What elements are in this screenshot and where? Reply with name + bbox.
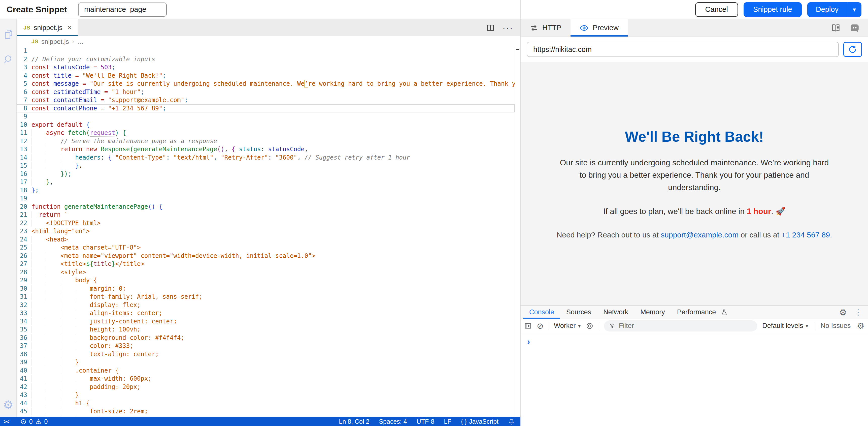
tab-snippet-js[interactable]: JS snippet.js × (17, 19, 78, 36)
devtools-tab-memory[interactable]: Memory (634, 306, 671, 319)
pane-divider[interactable] (520, 0, 521, 426)
code-line[interactable]: 36 background-color: #f4f4f4; (17, 334, 515, 342)
live-expression-eye-icon[interactable] (586, 322, 594, 330)
console-output[interactable]: › (521, 333, 868, 350)
code-line[interactable]: 16 }); (17, 170, 515, 178)
devtools-tab-network[interactable]: Network (597, 306, 634, 319)
console-prompt[interactable]: › (527, 337, 530, 346)
phone-link[interactable]: +1 234 567 89 (781, 231, 830, 239)
code-line[interactable]: 27 <title>${title}</title> (17, 260, 515, 268)
console-filter[interactable] (604, 320, 757, 332)
code-line[interactable]: 30 margin: 0; (17, 285, 515, 293)
code-line[interactable]: 6const estimatedTime = "1 hour"; (17, 88, 515, 96)
url-input[interactable] (527, 42, 839, 57)
status-item[interactable]: Spaces: 4 (379, 418, 407, 425)
code-line[interactable]: 42 padding: 20px; (17, 383, 515, 391)
status-item[interactable]: Ln 8, Col 2 (339, 418, 370, 425)
notifications-bell-icon[interactable] (508, 418, 515, 425)
close-icon[interactable]: × (67, 24, 71, 32)
remote-indicator[interactable]: >< (0, 419, 13, 425)
code-line[interactable]: 3const statusCode = 503; (17, 63, 515, 72)
support-email-link[interactable]: support@example.com (661, 231, 739, 239)
problems-indicator[interactable]: 0 0 (13, 418, 48, 425)
code-line[interactable]: 1 (17, 47, 515, 55)
code-line[interactable]: 39 } (17, 358, 515, 367)
kebab-menu-icon[interactable]: ⋮ (855, 308, 862, 317)
devtools-tab-console[interactable]: Console (523, 306, 560, 319)
code-line[interactable]: 13 return new Response(generateMaintenan… (17, 145, 515, 153)
snippet-rule-button[interactable]: Snippet rule (744, 2, 802, 17)
code-line[interactable]: 35 height: 100vh; (17, 325, 515, 334)
code-line[interactable]: 11 async fetch(request) { (17, 129, 515, 137)
code-line[interactable]: 12 // Serve the maintenance page as a re… (17, 137, 515, 145)
log-levels-selector[interactable]: Default levels ▾ (762, 322, 808, 330)
code-line[interactable]: 19 (17, 194, 515, 203)
code-line[interactable]: 20function generateMaintenancePage() { (17, 203, 515, 211)
code-line[interactable]: 41 max-width: 600px; (17, 375, 515, 383)
maintenance-heading: We'll Be Right Back! (552, 128, 837, 145)
split-editor-icon[interactable] (486, 24, 494, 32)
deploy-button[interactable]: Deploy ▾ (807, 2, 862, 17)
snippet-name-input[interactable] (78, 2, 167, 17)
code-line[interactable]: 34 justify-content: center; (17, 317, 515, 326)
code-line[interactable]: 40 .container { (17, 367, 515, 375)
filter-input[interactable] (619, 322, 752, 330)
breadcrumb-more[interactable]: … (77, 38, 84, 46)
refresh-button[interactable] (843, 42, 862, 57)
editor-scrollbar[interactable] (515, 47, 520, 417)
files-icon[interactable] (3, 29, 14, 40)
code-line[interactable]: 8const contactPhone = "+1 234 567 89"; (17, 104, 515, 113)
code-line[interactable]: 28 <style> (17, 268, 515, 277)
code-line[interactable]: 37 color: #333; (17, 342, 515, 350)
gear-icon[interactable]: ⚙ (3, 399, 13, 410)
code-line[interactable]: 45 font-size: 2rem; (17, 407, 515, 416)
cancel-button[interactable]: Cancel (695, 2, 738, 17)
code-line[interactable]: 14 headers: { "Content-Type": "text/html… (17, 153, 515, 162)
code-line[interactable]: 44 h1 { (17, 399, 515, 407)
code-line[interactable]: 22 <!DOCTYPE html> (17, 219, 515, 227)
code-line[interactable]: 9 (17, 112, 515, 121)
code-line[interactable]: 29 body { (17, 276, 515, 285)
search-icon[interactable] (3, 54, 14, 65)
discord-icon[interactable] (849, 23, 860, 33)
code-line[interactable]: 4const title = "We'll Be Right Back!"; (17, 72, 515, 80)
tab-http[interactable]: HTTP (521, 19, 570, 36)
experiment-flask-icon[interactable] (720, 306, 728, 319)
breadcrumb[interactable]: JS snippet.js › … (17, 36, 520, 47)
console-sidebar-toggle-icon[interactable] (524, 322, 532, 330)
code-line[interactable]: 21 return ` (17, 211, 515, 219)
devtools-tab-performance[interactable]: Performance (671, 306, 722, 319)
tab-preview[interactable]: Preview (570, 19, 628, 36)
code-line[interactable]: 38 text-align: center; (17, 350, 515, 359)
docs-book-icon[interactable] (831, 23, 841, 33)
chevron-down-icon[interactable]: ▾ (847, 6, 862, 13)
more-actions-icon[interactable]: ··· (502, 23, 513, 33)
code-line[interactable]: 7const contactEmail = "support@example.c… (17, 96, 515, 104)
code-line[interactable]: 23<html lang="en"> (17, 227, 515, 235)
code-line[interactable]: 15 }, (17, 162, 515, 170)
code-line[interactable]: 5const message = "Our site is currently … (17, 80, 515, 88)
console-settings-gear-icon[interactable]: ⚙ (857, 322, 865, 330)
code-editor[interactable]: 12// Define your customizable inputs3con… (17, 47, 515, 417)
clear-console-icon[interactable]: ⊘ (537, 322, 544, 330)
status-item[interactable]: UTF-8 (416, 418, 434, 425)
code-line[interactable]: 33 align-items: center; (17, 309, 515, 317)
code-line[interactable]: 31 font-family: Arial, sans-serif; (17, 293, 515, 301)
settings-gear-icon[interactable]: ⚙ (839, 308, 847, 317)
language-selector[interactable]: { } JavaScript (461, 418, 498, 425)
code-line[interactable]: 18}; (17, 186, 515, 195)
code-line[interactable]: 24 <head> (17, 235, 515, 244)
code-line[interactable]: 43 } (17, 391, 515, 399)
context-selector[interactable]: Worker ▾ (554, 322, 581, 330)
code-line[interactable]: 2// Define your customizable inputs (17, 55, 515, 63)
devtools-tab-sources[interactable]: Sources (560, 306, 597, 319)
status-item[interactable]: LF (444, 418, 451, 425)
code-line[interactable]: 10export default { (17, 121, 515, 129)
code-line-content: color: #333; (31, 342, 515, 350)
code-line[interactable]: 26 <meta name="viewport" content="width=… (17, 252, 515, 260)
code-line[interactable]: 25 <meta charset="UTF-8"> (17, 244, 515, 252)
code-line[interactable]: 32 display: flex; (17, 301, 515, 309)
issues-counter[interactable]: No Issues (820, 322, 850, 330)
code-line[interactable]: 17 }, (17, 178, 515, 186)
breadcrumb-file[interactable]: snippet.js (41, 38, 69, 46)
